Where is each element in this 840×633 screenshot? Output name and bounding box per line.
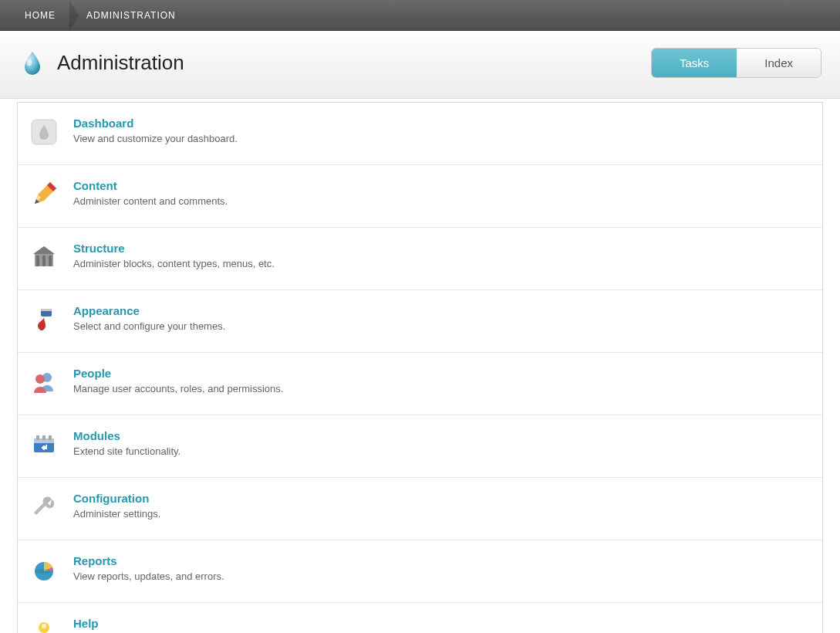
content-link[interactable]: Content [73,179,117,192]
dashboard-link[interactable]: Dashboard [73,117,133,130]
page-title: Administration [57,51,184,75]
pie-chart-icon [29,554,59,585]
admin-row-modules: Modules Extend site functionality. [18,415,822,478]
title-wrap: Administration [19,49,184,77]
dashboard-icon [29,117,59,147]
svg-point-0 [27,59,32,66]
admin-text: Help Reference for usage, configuration,… [73,617,293,633]
admin-panel: Dashboard View and customize your dashbo… [17,102,823,633]
appearance-link[interactable]: Appearance [73,304,140,317]
admin-row-dashboard: Dashboard View and customize your dashbo… [18,103,822,165]
reports-link[interactable]: Reports [73,554,117,567]
wrench-icon [29,492,59,523]
admin-row-people: People Manage user accounts, roles, and … [18,353,822,415]
svg-point-14 [35,374,45,384]
svg-point-25 [42,624,46,628]
configuration-link[interactable]: Configuration [73,492,149,505]
help-icon [29,617,59,633]
breadcrumb-bar: HOME ADMINISTRATION [0,0,840,31]
structure-icon [29,242,59,272]
tab-index[interactable]: Index [737,49,821,77]
admin-row-help: Help Reference for usage, configuration,… [18,603,822,633]
svg-point-23 [35,569,53,574]
appearance-desc: Select and configure your themes. [73,320,225,332]
admin-text: Appearance Select and configure your the… [73,304,225,332]
page-header: Administration Tasks Index [0,31,840,99]
admin-text: Dashboard View and customize your dashbo… [73,117,238,144]
admin-text: Modules Extend site functionality. [73,429,180,457]
admin-row-configuration: Configuration Administer settings. [18,478,822,540]
water-drop-icon [19,49,46,77]
svg-rect-10 [49,256,52,266]
admin-text: Configuration Administer settings. [73,492,160,520]
admin-row-structure: Structure Administer blocks, content typ… [18,228,822,290]
paint-icon [29,304,59,335]
svg-rect-8 [36,256,39,266]
admin-text: Reports View reports, updates, and error… [73,554,224,582]
people-icon [29,367,59,398]
svg-rect-12 [41,309,52,311]
admin-row-reports: Reports View reports, updates, and error… [18,540,822,603]
admin-text: Content Administer content and comments. [73,179,228,207]
svg-marker-6 [33,246,55,254]
admin-text: People Manage user accounts, roles, and … [73,367,283,394]
admin-row-appearance: Appearance Select and configure your the… [18,290,822,353]
admin-row-content: Content Administer content and comments. [18,165,822,228]
people-desc: Manage user accounts, roles, and permiss… [73,383,283,394]
svg-rect-17 [36,435,39,440]
help-link[interactable]: Help [73,617,99,630]
breadcrumb-administration[interactable]: ADMINISTRATION [69,0,190,30]
content-desc: Administer content and comments. [73,195,228,207]
modules-icon [29,429,59,460]
configuration-desc: Administer settings. [73,508,160,520]
breadcrumb-home[interactable]: HOME [8,0,69,30]
pencil-icon [29,179,59,210]
admin-text: Structure Administer blocks, content typ… [73,242,275,269]
structure-link[interactable]: Structure [73,242,125,255]
svg-rect-21 [43,445,45,450]
svg-rect-19 [49,435,52,440]
reports-desc: View reports, updates, and errors. [73,570,224,582]
tab-tasks[interactable]: Tasks [652,49,737,77]
modules-link[interactable]: Modules [73,429,120,442]
svg-rect-18 [42,435,46,440]
structure-desc: Administer blocks, content types, menus,… [73,258,275,269]
people-link[interactable]: People [73,367,111,380]
svg-rect-9 [42,256,46,266]
modules-desc: Extend site functionality. [73,445,180,457]
dashboard-desc: View and customize your dashboard. [73,133,238,144]
header-tabs: Tasks Index [651,48,821,78]
